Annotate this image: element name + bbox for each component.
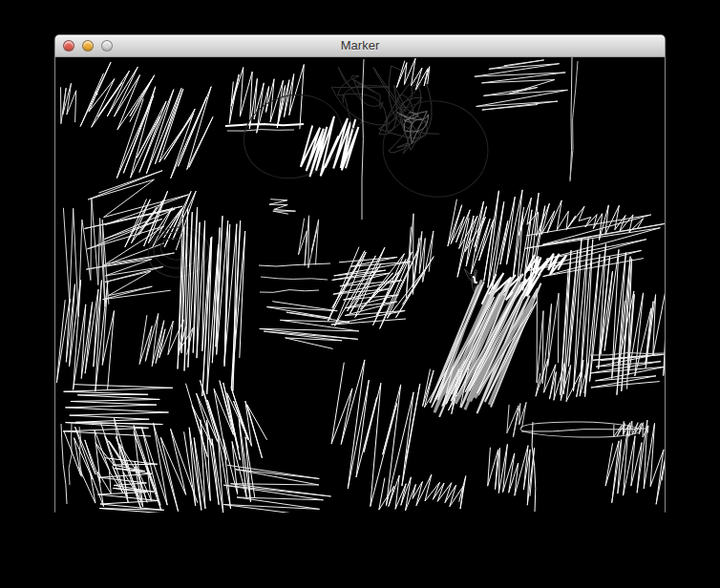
window-titlebar[interactable]: Marker — [55, 35, 665, 57]
drawing-canvas[interactable] — [55, 57, 665, 513]
window-title: Marker — [55, 35, 665, 56]
desktop-background: { "desktop": { "background": "#000000" }… — [0, 0, 720, 588]
scribble-strokes — [55, 57, 665, 513]
marker-window: Marker — [54, 34, 666, 513]
